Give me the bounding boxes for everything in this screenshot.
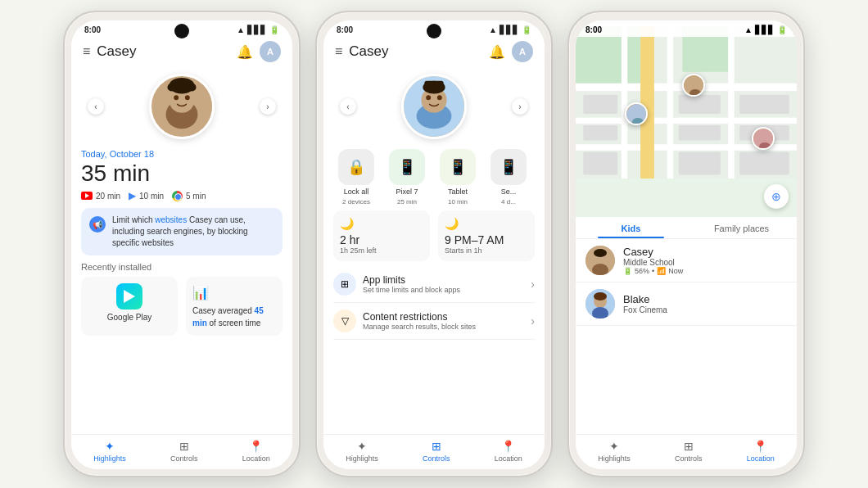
- lock-all-name: Lock all: [344, 188, 369, 196]
- play-time: 10 min: [139, 192, 164, 201]
- device-extra[interactable]: 📱 Se... 4 d...: [486, 149, 531, 206]
- map-signal-icon: ▋▋▋: [755, 25, 775, 34]
- svg-point-42: [760, 133, 770, 143]
- controls-label-2: Controls: [423, 454, 450, 463]
- location-label-1: Location: [242, 454, 270, 463]
- info-screentime-sub: 1h 25m left: [340, 246, 423, 255]
- status-icons-1: ▲ ▋▋▋ 🔋: [237, 25, 279, 34]
- menu-icon-1[interactable]: ≡: [83, 44, 90, 59]
- controls-icon-3: ⊞: [684, 440, 694, 453]
- controls-label-1: Controls: [170, 454, 198, 463]
- nav-arrow-right-2[interactable]: ›: [512, 98, 528, 115]
- dot-sep: •: [652, 267, 654, 275]
- notch-1: [174, 24, 189, 38]
- menu-app-limits[interactable]: ⊞ App limits Set time limits and block a…: [333, 266, 535, 303]
- signal-icon-1: ▋▋▋: [247, 25, 267, 34]
- nav-controls-1[interactable]: ⊞ Controls: [170, 440, 198, 463]
- svg-point-4: [185, 95, 190, 100]
- nav-location-2[interactable]: 📍 Location: [495, 440, 522, 463]
- content-restrictions-sub: Manage search results, block sites: [363, 323, 531, 331]
- youtube-icon: [81, 192, 93, 200]
- face-svg-2: [404, 75, 464, 138]
- nav-arrow-right-1[interactable]: ›: [260, 98, 276, 115]
- highlights-icon-2: ✦: [357, 440, 367, 453]
- device-tablet[interactable]: 📱 Tablet 10 min: [435, 149, 481, 206]
- tablet-icon: 📱: [440, 149, 476, 185]
- screen-content-1[interactable]: Today, October 18 35 min 20 min ▶ 10 min…: [71, 144, 292, 434]
- content-restrictions-icon: ▽: [333, 310, 356, 332]
- map-wifi-icon: ▲: [744, 25, 753, 34]
- wifi-icon-1: ▲: [237, 25, 245, 34]
- nav-highlights-2[interactable]: ✦ Highlights: [346, 440, 378, 463]
- svg-rect-20: [576, 118, 797, 124]
- svg-rect-33: [679, 152, 721, 175]
- svg-point-47: [594, 249, 607, 257]
- tab-family-places[interactable]: Family places: [686, 217, 797, 238]
- highlights-label-2: Highlights: [346, 454, 378, 463]
- status-time-2: 8:00: [337, 25, 353, 34]
- map-pin-child1[interactable]: [625, 102, 648, 125]
- svg-point-6: [167, 84, 175, 92]
- chrome-usage: 5 min: [172, 191, 206, 201]
- phone-2: 8:00 ▲ ▋▋▋ 🔋 ≡ Casey 🔔 A ‹: [315, 11, 553, 477]
- status-bar-1: 8:00 ▲ ▋▋▋ 🔋: [71, 20, 292, 36]
- blake-info: Blake Fox Cinema: [623, 293, 787, 314]
- avatar-1[interactable]: A: [260, 41, 281, 62]
- nav-highlights-3[interactable]: ✦ Highlights: [598, 440, 631, 463]
- notch-3: [667, 24, 679, 35]
- phone-3: 8:00 ▲ ▋▋▋ 🔋 ≡ 🔔 A: [567, 11, 805, 477]
- nav-highlights-1[interactable]: ✦ Highlights: [93, 440, 126, 463]
- map-pin-casey[interactable]: [682, 74, 705, 97]
- chrome-icon: [172, 191, 183, 201]
- location-icon-3: 📍: [753, 440, 767, 453]
- map-svg: [576, 20, 797, 184]
- nav-controls-2[interactable]: ⊞ Controls: [423, 440, 450, 463]
- screen-content-2[interactable]: 🔒 Lock all 2 devices 📱 Pixel 7 25 min 📱 …: [323, 144, 545, 434]
- tab-kids[interactable]: Kids: [576, 217, 686, 238]
- kid-avatar-casey: [585, 246, 615, 275]
- profile-area-1: ‹ ›: [71, 67, 292, 144]
- app-limits-icon: ⊞: [333, 273, 356, 296]
- kid-row-casey[interactable]: Casey Middle School 🔋 56% • 📶 Now: [576, 239, 797, 282]
- nav-arrow-left-1[interactable]: ‹: [88, 98, 104, 115]
- device-pixel7[interactable]: 📱 Pixel 7 25 min: [384, 149, 430, 206]
- nav-controls-3[interactable]: ⊞ Controls: [675, 440, 703, 463]
- youtube-time: 20 min: [96, 192, 120, 201]
- map-area: 8:00 ▲ ▋▋▋ 🔋 ≡ 🔔 A: [576, 20, 797, 217]
- map-pin-child2[interactable]: [752, 127, 775, 150]
- kid-row-blake[interactable]: Blake Fox Cinema: [576, 282, 797, 326]
- highlights-icon-1: ✦: [105, 440, 115, 453]
- svg-rect-23: [667, 26, 673, 178]
- svg-point-36: [690, 80, 700, 90]
- controls-label-3: Controls: [675, 454, 703, 463]
- phone-3-screen: 8:00 ▲ ▋▋▋ 🔋 ≡ 🔔 A: [576, 20, 797, 469]
- status-time-1: 8:00: [84, 25, 101, 34]
- svg-rect-32: [739, 152, 789, 175]
- gplay-card[interactable]: Google Play: [81, 277, 178, 336]
- info-row-2: 🌙 2 hr 1h 25m left 🌙 9 PM–7 AM Starts in…: [333, 210, 535, 261]
- nav-location-1[interactable]: 📍 Location: [242, 440, 270, 463]
- menu-icon-2[interactable]: ≡: [335, 44, 342, 59]
- nav-location-3[interactable]: 📍 Location: [747, 440, 775, 463]
- bell-icon-1[interactable]: 🔔: [237, 44, 253, 60]
- pixel7-sublabel: 25 min: [397, 198, 417, 206]
- website-card-1[interactable]: Limit which websites Casey can use, incl…: [81, 208, 283, 255]
- svg-point-39: [633, 109, 643, 119]
- notch-2: [427, 24, 441, 38]
- signal-icon-2: ▋▋▋: [500, 25, 519, 34]
- nav-arrow-left-2[interactable]: ‹: [340, 98, 356, 115]
- website-card-icon-1: [89, 216, 106, 233]
- svg-rect-27: [583, 125, 617, 141]
- location-center-btn[interactable]: ⊕: [764, 184, 789, 209]
- bell-icon-2[interactable]: 🔔: [489, 44, 505, 60]
- tablet-name: Tablet: [448, 188, 468, 196]
- location-label-2: Location: [495, 454, 522, 463]
- menu-content-restrictions[interactable]: ▽ Content restrictions Manage search res…: [333, 303, 535, 340]
- avatar-2[interactable]: A: [512, 41, 533, 62]
- info-bedtime-title: 9 PM–7 AM: [445, 233, 528, 246]
- play-icon: ▶: [129, 190, 136, 201]
- profile-area-2: ‹ ›: [323, 67, 545, 144]
- device-lock-all[interactable]: 🔒 Lock all 2 devices: [333, 149, 379, 206]
- youtube-usage: 20 min: [81, 192, 120, 201]
- svg-point-3: [174, 95, 179, 100]
